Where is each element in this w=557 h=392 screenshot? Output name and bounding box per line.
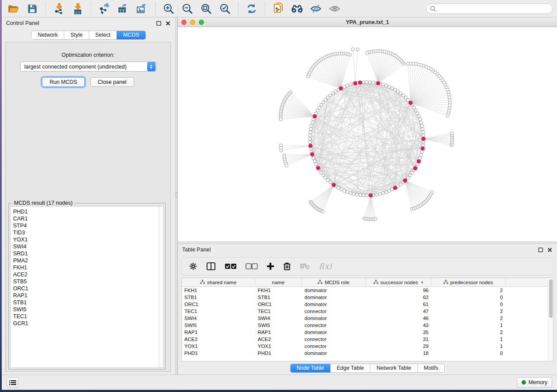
column-header-shared-name[interactable]: shared name <box>182 278 255 286</box>
mcds-node-item[interactable]: SWI5 <box>13 306 159 313</box>
status-bar: Memory <box>2 375 557 390</box>
column-header-MCDS-role[interactable]: MCDS role <box>302 278 366 286</box>
function-builder-icon[interactable]: f(x) <box>319 262 332 271</box>
mcds-node-item[interactable]: YOX1 <box>13 236 159 243</box>
mcds-node-item[interactable]: PMA2 <box>13 257 159 264</box>
tab-style[interactable]: Style <box>64 31 89 39</box>
import-table-icon[interactable] <box>70 2 85 15</box>
task-history-button[interactable] <box>7 377 18 388</box>
close-table-panel-icon[interactable] <box>547 247 553 253</box>
mcds-list-scrollbar[interactable] <box>159 206 163 368</box>
column-header-predecessor-nodes[interactable]: predecessor nodes <box>431 278 505 286</box>
table-options-icon[interactable] <box>189 262 197 271</box>
table-header-row: shared namenameMCDS rolesuccessor nodes▾… <box>182 278 548 287</box>
table-row[interactable]: SWI4SWI4dominator462 <box>182 315 548 322</box>
zoom-selected-icon[interactable] <box>218 2 232 15</box>
tab-node-table[interactable]: Node Table <box>291 364 330 372</box>
tab-select[interactable]: Select <box>89 31 117 39</box>
main-area: Control Panel NetworkStyleSelectMCDS Opt… <box>2 17 557 375</box>
tab-edge-table[interactable]: Edge Table <box>330 364 370 372</box>
search-network-icon[interactable] <box>290 2 304 15</box>
selected-criterion: largest connected component (undirected) <box>21 64 147 70</box>
mcds-node-item[interactable]: STB5 <box>13 278 159 285</box>
float-panel-icon[interactable] <box>156 21 162 26</box>
table-row[interactable]: RAP1RAP1dominator352 <box>182 329 548 336</box>
table-scrollbar-thumb[interactable] <box>549 279 553 318</box>
network-window-title: YPA_prune.txt_1 <box>178 19 557 25</box>
tab-motifs[interactable]: Motifs <box>417 364 444 372</box>
tab-network-table[interactable]: Network Table <box>370 364 417 372</box>
sort-descending-icon: ▾ <box>421 280 423 285</box>
mcds-node-item[interactable]: STB1 <box>13 299 159 306</box>
mcds-node-item[interactable]: ORC1 <box>13 285 159 292</box>
table-row[interactable]: PHD1PHD1dominator180 <box>182 350 548 357</box>
export-network-icon[interactable] <box>97 2 112 15</box>
table-row[interactable]: YOX1YOX1connector291 <box>182 343 548 350</box>
toolbar-separator <box>238 2 239 15</box>
mcds-node-item[interactable]: STP4 <box>13 222 159 229</box>
delete-column-icon[interactable] <box>283 262 291 271</box>
table-row[interactable]: FKH1FKH1dominator962 <box>182 287 548 294</box>
delete-table-icon[interactable] <box>300 263 310 270</box>
control-panel-header: Control Panel <box>2 17 175 29</box>
hide-selected-icon[interactable] <box>308 2 323 15</box>
table-row[interactable]: SWI5SWI5connector431 <box>182 322 548 329</box>
optimization-criterion-select[interactable]: largest connected component (undirected) <box>20 62 156 72</box>
mcds-node-item[interactable]: ACE2 <box>13 271 159 278</box>
search-icon <box>430 6 436 12</box>
mcds-result-list[interactable]: PHD1CAR1STP4TID3YOX1SWI4SRD1PMA2FKH1ACE2… <box>10 206 164 368</box>
mcds-node-item[interactable]: TEC1 <box>13 313 159 320</box>
zoom-fit-icon[interactable] <box>199 2 214 15</box>
mcds-node-item[interactable]: PHD1 <box>13 208 159 215</box>
open-session-icon[interactable] <box>6 2 21 15</box>
table-row[interactable]: TEC1TEC1connector472 <box>182 308 548 315</box>
vertical-splitter[interactable] <box>175 17 177 375</box>
tab-mcds[interactable]: MCDS <box>117 31 145 39</box>
mcds-panel: Optimization criterion: largest connecte… <box>5 42 171 372</box>
control-panel: Control Panel NetworkStyleSelectMCDS Opt… <box>2 17 175 375</box>
mcds-node-item[interactable]: TID3 <box>13 229 159 236</box>
column-header-name[interactable]: name <box>255 278 302 286</box>
table-row[interactable]: STB1STB1dominator620 <box>182 294 548 301</box>
network-canvas[interactable] <box>178 27 557 241</box>
table-toolbar: f(x) <box>181 257 554 275</box>
mcds-node-item[interactable]: SWI4 <box>13 243 159 250</box>
mcds-node-item[interactable]: RAP1 <box>13 292 159 299</box>
mcds-node-item[interactable]: FKH1 <box>13 264 159 271</box>
table-row[interactable]: ACE2ACE2connector311 <box>182 336 548 343</box>
tab-network[interactable]: Network <box>31 31 64 39</box>
node-table: shared namenameMCDS rolesuccessor nodes▾… <box>181 278 554 361</box>
table-panel: Table Panel <box>177 244 557 375</box>
network-graph[interactable] <box>178 27 557 241</box>
zoom-out-icon[interactable] <box>180 2 195 15</box>
deselect-all-icon[interactable] <box>246 263 258 269</box>
zoom-in-icon[interactable] <box>161 2 176 15</box>
dropdown-stepper-icon <box>147 62 156 71</box>
mcds-node-item[interactable]: CAR1 <box>13 215 159 222</box>
export-image-icon[interactable] <box>135 2 149 15</box>
import-network-icon[interactable] <box>52 2 66 15</box>
show-all-icon[interactable] <box>327 2 342 15</box>
save-session-icon[interactable] <box>25 2 40 15</box>
mcds-node-item[interactable]: GCR1 <box>13 320 159 327</box>
close-panel-button[interactable]: Close panel <box>90 77 134 87</box>
network-column-icon <box>318 280 322 285</box>
column-header-successor-nodes[interactable]: successor nodes▾ <box>366 278 431 286</box>
table-scrollbar[interactable] <box>548 278 553 361</box>
memory-button[interactable]: Memory <box>517 377 552 388</box>
table-row[interactable]: ORC1ORC1dominator610 <box>182 301 548 308</box>
mcds-node-item[interactable]: SRD1 <box>13 250 159 257</box>
network-column-icon <box>443 280 448 285</box>
float-table-panel-icon[interactable] <box>538 247 543 253</box>
add-column-icon[interactable] <box>266 262 274 270</box>
search-input[interactable] <box>438 6 549 12</box>
export-table-icon[interactable] <box>116 2 131 15</box>
show-column-icon[interactable] <box>206 262 216 271</box>
close-panel-icon[interactable] <box>165 21 171 26</box>
task-list-icon <box>9 380 16 385</box>
select-all-icon[interactable] <box>225 263 237 269</box>
run-mcds-button[interactable]: Run MCDS <box>42 77 84 87</box>
copy-network-icon[interactable] <box>271 2 286 15</box>
refresh-layout-icon[interactable] <box>244 2 259 15</box>
search-box[interactable] <box>426 3 553 14</box>
